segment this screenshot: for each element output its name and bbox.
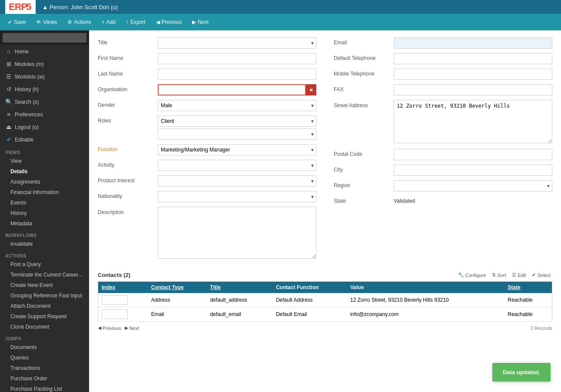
col-state-link[interactable]: State bbox=[508, 284, 520, 290]
sidebar-item-support-req[interactable]: Create Support Request bbox=[0, 311, 89, 322]
sidebar-item-attach-doc[interactable]: Attach Document bbox=[0, 301, 89, 311]
description-textarea[interactable] bbox=[158, 207, 316, 259]
cell-title: default_address bbox=[207, 293, 272, 307]
export-button[interactable]: ↑ Export bbox=[122, 16, 150, 28]
col-value: Value bbox=[347, 282, 504, 293]
col-title-link[interactable]: Title bbox=[210, 284, 221, 290]
sidebar-item-clone-doc[interactable]: Clone Document bbox=[0, 322, 89, 332]
editable-icon: ✔ bbox=[5, 136, 12, 143]
organisation-label: Organisation bbox=[98, 84, 154, 92]
sidebar-item-invalidate[interactable]: Invalidate bbox=[0, 239, 89, 249]
sidebar-item-transactions[interactable]: Transactions bbox=[0, 363, 89, 373]
sidebar-item-history2[interactable]: History bbox=[0, 208, 89, 218]
contacts-table-body: Address default_address Default Address … bbox=[98, 293, 552, 322]
gender-select[interactable]: Male Female bbox=[158, 100, 316, 111]
views-button[interactable]: 👁 Views bbox=[32, 16, 61, 28]
lastname-input[interactable]: Doh bbox=[158, 69, 316, 80]
home-icon: ⌂ bbox=[5, 48, 12, 55]
sidebar-item-purchase-order[interactable]: Purchase Order bbox=[0, 373, 89, 384]
sidebar-item-home[interactable]: ⌂ Home bbox=[0, 45, 89, 58]
street-address-textarea[interactable]: 12 Zorro Street, 93210 Beverly Hills bbox=[394, 100, 552, 143]
contacts-prev-button[interactable]: ◀ Previous bbox=[98, 325, 121, 331]
email-control: info@zcompany.com bbox=[394, 37, 552, 49]
sidebar-item-preferences[interactable]: ≡ Preferences bbox=[0, 108, 89, 121]
roles-select[interactable]: Client bbox=[158, 115, 316, 127]
organisation-clear-button[interactable]: ✖ bbox=[306, 84, 316, 96]
sort-button[interactable]: ⇅ Sort bbox=[490, 271, 508, 279]
cell-value: info@zcompany.com bbox=[347, 307, 504, 322]
form-container: Title ▼ First Name bbox=[89, 30, 561, 271]
email-input[interactable]: info@zcompany.com bbox=[394, 37, 552, 49]
mobile-telephone-input[interactable] bbox=[394, 69, 552, 80]
col-title[interactable]: Title bbox=[207, 282, 272, 293]
roles-select2[interactable] bbox=[158, 128, 316, 140]
logout-icon: ⏏ bbox=[5, 124, 12, 130]
sidebar-item-grouping-ref[interactable]: Grouping Reference Fast Input bbox=[0, 290, 89, 301]
actions-button[interactable]: ⚙ Actions bbox=[63, 16, 95, 28]
sidebar-item-logout[interactable]: ⏏ Logout (o) bbox=[0, 121, 89, 133]
default-telephone-label: Default Telephone bbox=[334, 53, 390, 61]
organisation-control: Z Company ✖ bbox=[158, 84, 316, 96]
sidebar-item-financial[interactable]: Financial Information bbox=[0, 187, 89, 198]
search-input[interactable] bbox=[3, 33, 86, 43]
nationality-select[interactable] bbox=[158, 191, 316, 202]
gender-label: Gender bbox=[98, 100, 154, 108]
index-input[interactable] bbox=[102, 310, 128, 319]
previous-button[interactable]: ◀ Previous bbox=[152, 16, 186, 28]
fax-input[interactable] bbox=[394, 84, 552, 96]
sidebar-item-purchase-packing[interactable]: Purchase Packing List bbox=[0, 384, 89, 392]
default-telephone-control bbox=[394, 53, 552, 64]
title-select[interactable] bbox=[158, 37, 316, 49]
col-contact-function: Contact Function bbox=[272, 282, 347, 293]
configure-icon: 🔧 bbox=[458, 272, 464, 278]
sidebar-item-modules[interactable]: ⊞ Modules (m) bbox=[0, 58, 89, 70]
sidebar-item-post-query[interactable]: Post a Query bbox=[0, 259, 89, 270]
sidebar-item-editable[interactable]: ✔ Editable bbox=[0, 133, 89, 146]
col-contact-type[interactable]: Contact Type bbox=[148, 282, 207, 293]
product-interest-select[interactable] bbox=[158, 175, 316, 187]
default-telephone-input[interactable] bbox=[394, 53, 552, 64]
city-input[interactable] bbox=[394, 165, 552, 176]
function-select[interactable]: Marketing/Marketing Manager bbox=[158, 144, 316, 155]
select-button[interactable]: ✔ Select bbox=[530, 271, 552, 279]
lastname-control: Doh bbox=[158, 69, 316, 80]
configure-button[interactable]: 🔧 Configure bbox=[456, 271, 488, 279]
activity-select[interactable] bbox=[158, 160, 316, 171]
next-button[interactable]: ▶ Next bbox=[188, 16, 213, 28]
sidebar-item-metadata[interactable]: Metadata bbox=[0, 218, 89, 229]
sidebar-item-search[interactable]: 🔍 Search (s) bbox=[0, 96, 89, 108]
postal-code-label: Postal Code bbox=[334, 149, 390, 157]
toast-notification: Data updated. bbox=[492, 363, 551, 382]
edit-contacts-button[interactable]: ☰ Edit bbox=[510, 271, 528, 279]
add-button[interactable]: + Add bbox=[97, 16, 120, 28]
sidebar-item-details[interactable]: Details bbox=[0, 166, 89, 177]
sidebar-item-assignments[interactable]: Assignments bbox=[0, 177, 89, 187]
col-index[interactable]: Index bbox=[98, 282, 148, 293]
col-index-link[interactable]: Index bbox=[102, 284, 115, 290]
firstname-input[interactable]: John bbox=[158, 53, 316, 64]
contacts-next-icon: ▶ bbox=[125, 325, 128, 331]
contacts-title: Contacts (2) bbox=[98, 272, 130, 278]
region-select[interactable] bbox=[394, 180, 552, 191]
save-button[interactable]: ✔ Save bbox=[3, 16, 30, 28]
sidebar-item-terminate[interactable]: Terminate the Current Career... bbox=[0, 270, 89, 280]
sidebar-preferences-label: Preferences bbox=[15, 112, 43, 118]
postal-code-input[interactable]: 93210 bbox=[394, 149, 552, 160]
sidebar-item-history[interactable]: ↺ History (h) bbox=[0, 83, 89, 96]
activity-label: Activity bbox=[98, 160, 154, 168]
logo-sup: 5 bbox=[26, 1, 31, 13]
index-input[interactable] bbox=[102, 295, 128, 305]
city-row: City bbox=[334, 165, 552, 176]
sidebar-item-events[interactable]: Events bbox=[0, 198, 89, 208]
col-contact-type-link[interactable]: Contact Type bbox=[151, 284, 184, 290]
sidebar-item-documents[interactable]: Documents bbox=[0, 342, 89, 352]
contacts-next-button[interactable]: ▶ Next bbox=[125, 325, 139, 331]
col-state[interactable]: State bbox=[504, 282, 552, 293]
sidebar-item-worklists[interactable]: ☰ Worklists (w) bbox=[0, 70, 89, 83]
product-interest-row: Product Interest ▼ bbox=[98, 175, 316, 187]
sidebar-item-view[interactable]: View bbox=[0, 156, 89, 166]
function-row: Function Marketing/Marketing Manager ▼ bbox=[98, 144, 316, 155]
sidebar-item-queries[interactable]: Queries bbox=[0, 352, 89, 363]
organisation-input[interactable]: Z Company bbox=[158, 84, 306, 96]
sidebar-item-create-event[interactable]: Create New Event bbox=[0, 280, 89, 290]
